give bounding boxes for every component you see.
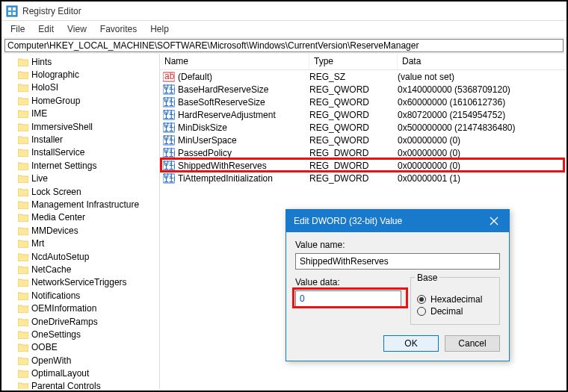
tree-item-label: Notifications — [31, 290, 80, 301]
value-type: REG_DWORD — [309, 161, 398, 171]
tree-item-label: ImmersiveShell — [31, 122, 93, 132]
value-name: MinUserSpace — [178, 135, 309, 146]
folder-icon — [18, 96, 28, 105]
tree-item[interactable]: Internet Settings — [18, 159, 159, 172]
menu-edit[interactable]: Edit — [32, 22, 60, 36]
tree-item[interactable]: Media Center — [18, 211, 159, 224]
tree-pane[interactable]: HintsHolographicHoloSIHomeGroupIMEImmers… — [1, 54, 160, 389]
value-data: 0x00000001 (1) — [398, 173, 567, 184]
tree-item-label: InstallService — [31, 147, 84, 158]
svg-text:110: 110 — [164, 161, 175, 171]
tree-item[interactable]: OEMInformation — [18, 302, 159, 314]
dialog-title-text: Edit DWORD (32-bit) Value — [294, 216, 402, 226]
value-data: 0x80720000 (2154954752) — [398, 110, 567, 120]
value-icon: 011110 — [163, 122, 175, 133]
list-row[interactable]: 011110PassedPolicyREG_DWORD0x00000000 (0… — [160, 146, 567, 159]
folder-icon — [18, 356, 28, 365]
svg-text:110: 110 — [164, 98, 175, 108]
tree-item[interactable]: Installer — [18, 133, 159, 146]
value-icon: 011110 — [163, 97, 175, 108]
value-name: ShippedWithReserves — [178, 161, 309, 171]
value-data: 0x60000000 (1610612736) — [398, 97, 567, 108]
folder-icon — [18, 70, 28, 79]
tree-item[interactable]: ImmersiveShell — [18, 120, 159, 133]
tree-item[interactable]: OneSettings — [18, 328, 159, 340]
tree-item[interactable]: Live — [18, 172, 159, 185]
list-row[interactable]: 011110TiAttemptedInitializationREG_DWORD… — [160, 172, 567, 184]
value-type: REG_DWORD — [309, 148, 398, 158]
list-row[interactable]: 011110HardReserveAdjustmentREG_QWORD0x80… — [160, 108, 567, 121]
dialog-title-bar[interactable]: Edit DWORD (32-bit) Value — [286, 210, 509, 232]
folder-icon — [18, 57, 28, 66]
value-icon: 011110 — [163, 173, 175, 184]
value-name: TiAttemptedInitialization — [178, 173, 309, 184]
list-row[interactable]: 011110MinUserSpaceREG_QWORD0x00000000 (0… — [160, 134, 567, 146]
radio-hex[interactable]: Hexadecimal — [417, 294, 493, 305]
menu-favorites[interactable]: Favorites — [94, 22, 143, 36]
tree-item[interactable]: Management Infrastructure — [18, 198, 159, 211]
tree-item-label: Management Infrastructure — [31, 199, 139, 210]
col-header-name[interactable]: Name — [160, 54, 309, 69]
menu-view[interactable]: View — [61, 22, 93, 36]
value-name-input[interactable] — [295, 253, 500, 270]
ok-button[interactable]: OK — [383, 335, 439, 352]
list-row[interactable]: 011110BaseHardReserveSizeREG_QWORD0x1400… — [160, 83, 567, 96]
tree-item[interactable]: MMDevices — [18, 224, 159, 237]
tree-item[interactable]: Mrt — [18, 237, 159, 249]
folder-icon — [18, 278, 28, 287]
tree-item-label: IME — [31, 108, 47, 119]
folder-icon — [18, 187, 28, 196]
menu-bar: File Edit View Favorites Help — [1, 21, 567, 37]
folder-icon — [18, 83, 28, 92]
cancel-button[interactable]: Cancel — [445, 335, 500, 352]
tree-item[interactable]: NetCache — [18, 263, 159, 276]
tree-item[interactable]: NcdAutoSetup — [18, 250, 159, 263]
value-icon: ab — [163, 72, 175, 82]
tree-item[interactable]: Holographic — [18, 68, 159, 81]
list-row[interactable]: ab(Default)REG_SZ(value not set) — [160, 70, 567, 83]
tree-item[interactable]: OneDriveRamps — [18, 315, 159, 328]
tree-item[interactable]: OptimalLayout — [18, 367, 159, 379]
folder-icon — [18, 369, 28, 378]
col-header-type[interactable]: Type — [309, 54, 398, 69]
value-name: BaseSoftReserveSize — [178, 97, 309, 108]
value-data-input[interactable] — [295, 290, 401, 307]
svg-rect-1 — [8, 7, 11, 10]
tree-item[interactable]: OOBE — [18, 341, 159, 354]
tree-item[interactable]: IME — [18, 108, 159, 120]
radio-dec[interactable]: Decimal — [417, 306, 493, 317]
address-path-input[interactable]: Computer\HKEY_LOCAL_MACHINE\SOFTWARE\Mic… — [4, 39, 564, 52]
value-name-label: Value name: — [295, 240, 500, 250]
close-icon[interactable] — [479, 210, 509, 232]
tree-item-label: Live — [31, 173, 48, 184]
svg-text:110: 110 — [164, 85, 175, 95]
list-row[interactable]: 011110MinDiskSizeREG_QWORD0x500000000 (2… — [160, 121, 567, 134]
col-header-data[interactable]: Data — [398, 54, 567, 69]
list-row[interactable]: 011110BaseSoftReserveSizeREG_QWORD0x6000… — [160, 96, 567, 108]
tree-item[interactable]: HoloSI — [18, 81, 159, 94]
tree-item-label: HomeGroup — [31, 96, 80, 106]
list-row[interactable]: 011110ShippedWithReservesREG_DWORD0x0000… — [160, 159, 567, 172]
tree-item[interactable]: InstallService — [18, 146, 159, 159]
base-fieldset: Base Hexadecimal Decimal — [410, 277, 500, 325]
svg-text:110: 110 — [164, 136, 175, 146]
value-type: REG_QWORD — [309, 110, 398, 120]
tree-item[interactable]: HomeGroup — [18, 94, 159, 107]
value-name: HardReserveAdjustment — [178, 110, 309, 120]
folder-icon — [18, 343, 28, 352]
value-icon: 011110 — [163, 84, 175, 95]
menu-file[interactable]: File — [4, 22, 31, 36]
tree-item[interactable]: Notifications — [18, 289, 159, 302]
folder-icon — [18, 291, 28, 300]
tree-item[interactable]: Hints — [18, 55, 159, 68]
tree-item-label: OptimalLayout — [31, 368, 89, 379]
menu-help[interactable]: Help — [144, 22, 175, 36]
tree-item-label: Mrt — [31, 238, 44, 249]
tree-item[interactable]: NetworkServiceTriggers — [18, 276, 159, 289]
tree-item[interactable]: OpenWith — [18, 354, 159, 367]
tree-item[interactable]: Parental Controls — [18, 380, 159, 389]
tree-item-label: Parental Controls — [31, 381, 101, 389]
folder-icon — [18, 135, 28, 144]
value-type: REG_QWORD — [309, 122, 398, 133]
tree-item[interactable]: Lock Screen — [18, 185, 159, 198]
